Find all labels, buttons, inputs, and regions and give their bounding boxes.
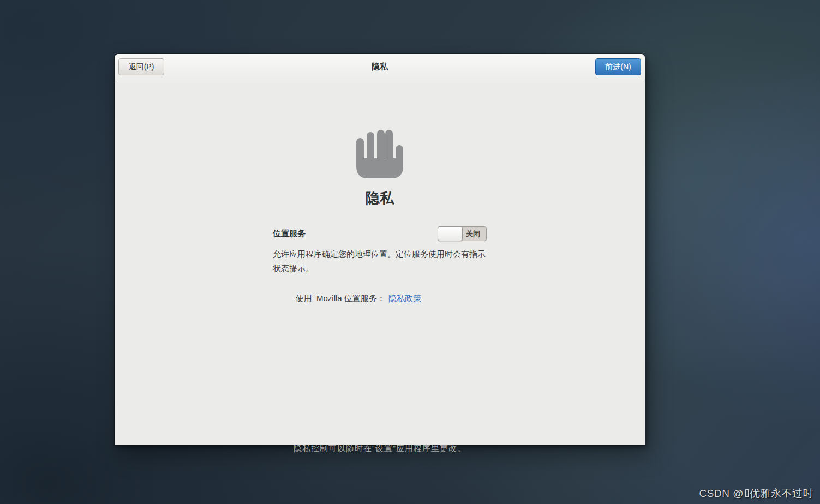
missing-glyph-box: [745, 489, 749, 497]
csdn-watermark: CSDN @优雅永不过时: [699, 487, 813, 501]
watermark-suffix: 优雅永不过时: [750, 488, 813, 499]
privacy-policy-link[interactable]: 隐私政策: [388, 293, 421, 303]
location-services-description: 允许应用程序确定您的地理位置。定位服务使用时会有指示状态提示。: [273, 247, 487, 275]
watermark-prefix: CSDN @: [699, 488, 744, 499]
window-title: 隐私: [115, 62, 645, 72]
provider-line: 使用 Mozilla 位置服务：隐私政策: [273, 284, 487, 313]
stop-hand-icon: [356, 128, 403, 178]
toggle-knob[interactable]: [438, 226, 463, 241]
desktop-background: 返回(P) 隐私 前进(N) 隐私: [0, 0, 820, 504]
initial-setup-window: 返回(P) 隐私 前进(N) 隐私: [115, 54, 645, 445]
privacy-page: 隐私 位置服务 关闭 允许应用程序确定您的地理位置。定位服务使用时会有指示状态提…: [115, 80, 645, 445]
page-heading: 隐私: [115, 189, 645, 208]
toggle-state-label: 关闭: [466, 227, 480, 241]
back-button[interactable]: 返回(P): [118, 58, 164, 75]
footer-note: 隐私控制可以随时在“设置”应用程序里更改。: [115, 443, 645, 454]
location-services-label: 位置服务: [273, 229, 306, 239]
provider-text: 使用 Mozilla 位置服务：: [296, 293, 385, 303]
titlebar: 返回(P) 隐私 前进(N): [115, 54, 645, 80]
location-services-toggle[interactable]: 关闭: [438, 226, 487, 241]
location-services-section: 位置服务 关闭 允许应用程序确定您的地理位置。定位服务使用时会有指示状态提示。 …: [273, 226, 487, 313]
forward-button[interactable]: 前进(N): [595, 58, 641, 75]
